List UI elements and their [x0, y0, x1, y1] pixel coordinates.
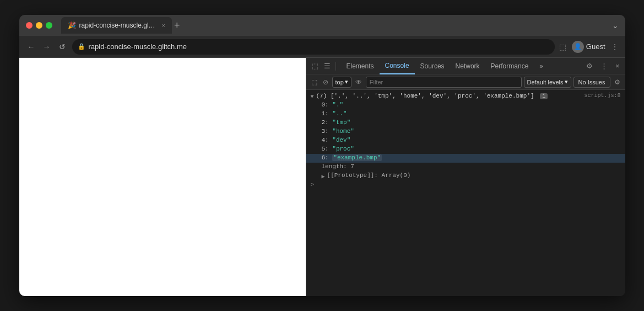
- array-line-content: (7) ['.', '..', 'tmp', 'home', 'dev', 'p…: [316, 93, 621, 99]
- lock-icon: 🔒: [78, 43, 85, 50]
- array-expand-arrow[interactable]: ▼: [311, 94, 314, 100]
- default-levels-label: Default levels: [527, 79, 564, 85]
- new-tab-button[interactable]: +: [174, 20, 180, 30]
- prop-val-6: "example.bmp": [332, 154, 382, 161]
- prototype-text: [[Prototype]]: Array(0): [327, 172, 411, 179]
- url-bar[interactable]: 🔒 rapid-concise-muscle.glitch.me: [72, 39, 555, 55]
- profile-label: Guest: [586, 42, 605, 51]
- address-bar-right: ⬚ 👤 Guest ⋮: [559, 41, 619, 53]
- window-expand-icon[interactable]: ⌄: [612, 21, 619, 30]
- array-summary-text: (7) ['.', '..', 'tmp', 'home', 'dev', 'p…: [316, 93, 534, 99]
- tab-network[interactable]: Network: [450, 58, 485, 74]
- webpage-area: [19, 58, 306, 296]
- main-content: ⬚ ☰ Elements Console Sources Network Per…: [19, 58, 625, 296]
- context-selector[interactable]: top ▾: [332, 77, 351, 88]
- maximize-button[interactable]: [46, 22, 52, 29]
- item-3-content: 3: "home": [322, 128, 621, 135]
- array-badge: i: [540, 93, 548, 99]
- prototype-line: ▶ [[Prototype]]: Array(0): [306, 171, 625, 180]
- console-filter-input[interactable]: [366, 77, 522, 88]
- tab-more[interactable]: »: [534, 58, 549, 74]
- script-link[interactable]: script.js:8: [584, 93, 620, 99]
- length-text: length: 7: [322, 163, 354, 170]
- traffic-lights: [26, 22, 52, 29]
- prop-key-1: 1:: [322, 110, 333, 117]
- prop-key-3: 3:: [322, 128, 333, 135]
- console-output: ▼ (7) ['.', '..', 'tmp', 'home', 'dev', …: [306, 90, 625, 296]
- address-bar: ← → ↺ 🔒 rapid-concise-muscle.glitch.me ⬚…: [19, 36, 625, 58]
- console-bar: ⬚ ⊘ top ▾ 👁 Default levels ▾ No Issues ⚙: [306, 74, 625, 90]
- item-1-content: 1: "..": [322, 110, 621, 117]
- profile-button[interactable]: 👤 Guest: [572, 41, 605, 53]
- console-settings-icon[interactable]: ⚙: [613, 77, 622, 87]
- tab-close-icon[interactable]: ×: [162, 22, 165, 29]
- console-clear-icon[interactable]: ⊘: [321, 77, 330, 87]
- prop-key-2: 2:: [322, 119, 333, 126]
- tab-elements[interactable]: Elements: [341, 58, 380, 74]
- cast-icon[interactable]: ⬚: [559, 42, 566, 51]
- active-tab[interactable]: 🎉 rapid-concise-muscle.glitch.m... ×: [61, 17, 172, 34]
- prop-val-1: "..": [332, 110, 347, 117]
- devtools-tabs: Elements Console Sources Network Perform…: [341, 58, 583, 74]
- console-prompt-line[interactable]: >: [306, 180, 625, 189]
- default-levels-button[interactable]: Default levels ▾: [524, 77, 571, 88]
- prop-val-5: "proc": [332, 146, 354, 152]
- tab-area: 🎉 rapid-concise-muscle.glitch.m... × +: [61, 17, 608, 34]
- console-sidebar-icon[interactable]: ⬚: [310, 77, 319, 87]
- item-6-content: 6: "example.bmp": [322, 154, 621, 161]
- prop-key-4: 4:: [322, 137, 333, 143]
- devtools-toolbar-right: ⚙ ⋮ ×: [584, 61, 622, 71]
- back-button[interactable]: ←: [26, 42, 37, 51]
- tab-favicon-icon: 🎉: [68, 22, 76, 29]
- avatar: 👤: [572, 41, 584, 53]
- item-5-content: 5: "proc": [322, 146, 621, 152]
- title-bar: 🎉 rapid-concise-muscle.glitch.m... × + ⌄: [19, 15, 625, 36]
- minimize-button[interactable]: [36, 22, 42, 29]
- devtools-toolbar: ⬚ ☰ Elements Console Sources Network Per…: [306, 58, 625, 74]
- item-4-content: 4: "dev": [322, 137, 621, 143]
- devtools-dock-icon[interactable]: ⬚: [310, 61, 321, 71]
- list-item: 6: "example.bmp": [306, 154, 625, 163]
- item-0-content: 0: ".": [322, 101, 621, 108]
- tab-title: rapid-concise-muscle.glitch.m...: [79, 22, 156, 29]
- refresh-button[interactable]: ↺: [57, 42, 68, 51]
- context-dropdown-icon: ▾: [345, 78, 348, 85]
- devtools-more-icon[interactable]: ⋮: [598, 61, 610, 71]
- prototype-content: [[Prototype]]: Array(0): [327, 172, 621, 179]
- toolbar-separator: [335, 62, 336, 71]
- item-2-content: 2: "tmp": [322, 119, 621, 126]
- forward-button[interactable]: →: [41, 42, 52, 51]
- prop-key-6: 6:: [322, 154, 333, 161]
- length-content: length: 7: [322, 163, 621, 170]
- close-button[interactable]: [26, 22, 33, 29]
- prop-val-2: "tmp": [332, 119, 350, 126]
- prototype-expand-arrow[interactable]: ▶: [322, 173, 325, 180]
- devtools-panel: ⬚ ☰ Elements Console Sources Network Per…: [306, 58, 625, 296]
- console-array-line[interactable]: ▼ (7) ['.', '..', 'tmp', 'home', 'dev', …: [306, 92, 625, 101]
- list-item: 3: "home": [306, 127, 625, 136]
- tab-sources[interactable]: Sources: [415, 58, 450, 74]
- list-item: 5: "proc": [306, 145, 625, 154]
- list-item: 2: "tmp": [306, 119, 625, 127]
- tab-console[interactable]: Console: [380, 58, 415, 74]
- more-icon[interactable]: ⋮: [611, 42, 619, 51]
- no-issues-button[interactable]: No Issues: [573, 77, 610, 88]
- url-text: rapid-concise-muscle.glitch.me: [89, 42, 187, 51]
- browser-window: 🎉 rapid-concise-muscle.glitch.m... × + ⌄…: [19, 15, 625, 296]
- tab-performance[interactable]: Performance: [485, 58, 534, 74]
- list-item: 0: ".": [306, 101, 625, 110]
- prop-key-5: 5:: [322, 146, 333, 152]
- prop-val-3: "home": [332, 128, 354, 135]
- devtools-mobile-icon[interactable]: ☰: [322, 61, 333, 71]
- default-levels-arrow-icon: ▾: [565, 78, 568, 85]
- list-item: 4: "dev": [306, 136, 625, 145]
- context-label: top: [335, 79, 344, 85]
- length-line: length: 7: [306, 163, 625, 171]
- devtools-settings-icon[interactable]: ⚙: [584, 61, 595, 71]
- console-eye-icon[interactable]: 👁: [354, 77, 364, 87]
- prop-val-4: "dev": [332, 137, 350, 143]
- prop-val-0: ".": [332, 101, 343, 108]
- list-item: 1: "..": [306, 110, 625, 119]
- devtools-close-icon[interactable]: ×: [613, 61, 622, 71]
- prop-key-0: 0:: [322, 101, 333, 108]
